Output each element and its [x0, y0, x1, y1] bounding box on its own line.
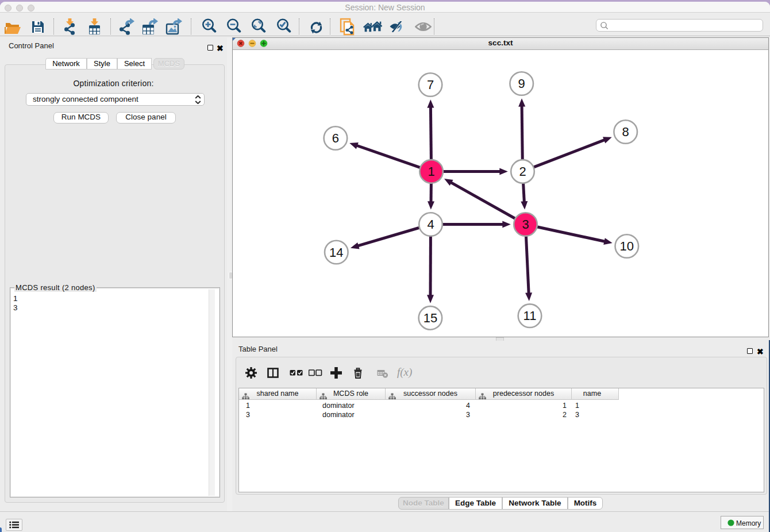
svg-text:15: 15: [424, 311, 437, 325]
svg-text:1: 1: [428, 164, 434, 179]
svg-text:14: 14: [329, 245, 343, 260]
svg-text:11: 11: [523, 309, 537, 323]
svg-text:4: 4: [427, 217, 434, 232]
svg-text:7: 7: [427, 78, 434, 92]
svg-text:3: 3: [522, 217, 529, 232]
svg-text:9: 9: [518, 76, 525, 91]
svg-text:8: 8: [622, 125, 629, 139]
svg-text:6: 6: [332, 131, 339, 145]
svg-text:2: 2: [519, 164, 526, 179]
svg-text:10: 10: [620, 239, 634, 253]
